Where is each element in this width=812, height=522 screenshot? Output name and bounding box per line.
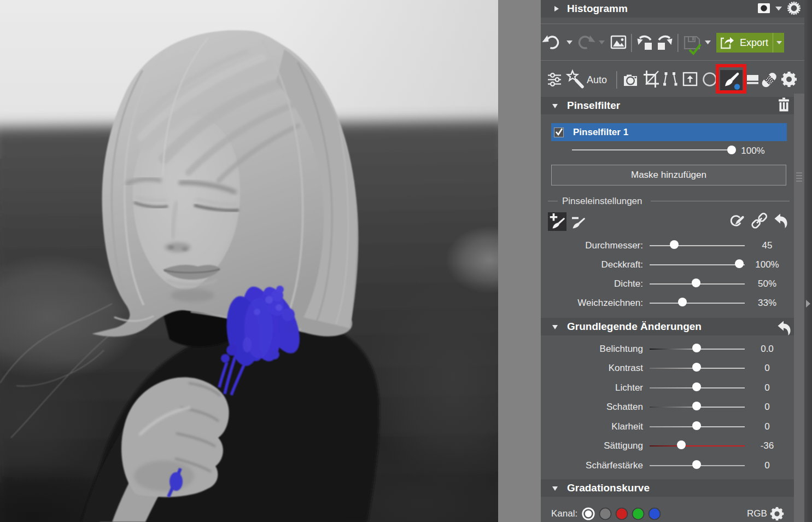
svg-text:Auto: Auto xyxy=(587,74,607,85)
